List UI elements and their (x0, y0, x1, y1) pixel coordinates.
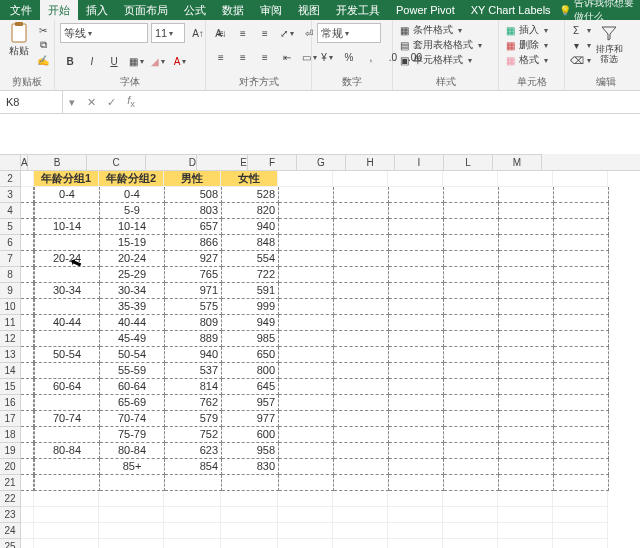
tab-dev[interactable]: 开发工具 (328, 0, 388, 21)
cell[interactable] (21, 171, 34, 187)
cell[interactable]: 575 (165, 299, 222, 315)
cell[interactable] (554, 363, 609, 379)
cell[interactable]: 820 (222, 203, 279, 219)
cell[interactable] (34, 363, 100, 379)
cell[interactable] (21, 491, 34, 507)
cell[interactable] (279, 427, 334, 443)
cell[interactable] (279, 219, 334, 235)
col-header-L[interactable]: L (444, 154, 493, 170)
cell[interactable] (333, 507, 388, 523)
cell[interactable] (34, 331, 100, 347)
cell[interactable] (34, 299, 100, 315)
cell[interactable]: 10-14 (100, 219, 165, 235)
cell[interactable] (334, 363, 389, 379)
cell[interactable] (389, 347, 444, 363)
tab-insert[interactable]: 插入 (78, 0, 116, 21)
cell[interactable] (279, 459, 334, 475)
cell[interactable] (279, 251, 334, 267)
cell[interactable] (99, 523, 164, 539)
cell[interactable]: 957 (222, 395, 279, 411)
paste-button[interactable]: 粘贴 (5, 23, 33, 58)
cell[interactable]: 927 (165, 251, 222, 267)
cell[interactable] (333, 523, 388, 539)
cell[interactable] (221, 523, 278, 539)
align-top-button[interactable]: ≡ (211, 23, 231, 43)
cell[interactable] (444, 251, 499, 267)
tab-file[interactable]: 文件 (2, 0, 40, 21)
col-header-M[interactable]: M (493, 154, 542, 170)
cell[interactable] (499, 363, 554, 379)
cell[interactable] (21, 299, 34, 315)
cell[interactable]: 848 (222, 235, 279, 251)
cell[interactable]: 50-54 (34, 347, 100, 363)
cell[interactable] (279, 203, 334, 219)
col-header-E[interactable]: E (197, 154, 248, 170)
cell[interactable] (553, 539, 608, 548)
cell[interactable] (333, 539, 388, 548)
cell[interactable]: 35-39 (100, 299, 165, 315)
cell[interactable] (498, 491, 553, 507)
cell[interactable] (389, 187, 444, 203)
cell[interactable] (21, 507, 34, 523)
cell[interactable]: 854 (165, 459, 222, 475)
cell[interactable]: 30-34 (100, 283, 165, 299)
cell[interactable] (278, 171, 333, 187)
cell[interactable]: 80-84 (34, 443, 100, 459)
cell[interactable] (21, 251, 34, 267)
cell[interactable] (278, 539, 333, 548)
cell[interactable] (279, 411, 334, 427)
name-box[interactable]: K8 (0, 91, 63, 113)
cell[interactable] (334, 203, 389, 219)
number-format-combo[interactable]: 常规 (317, 23, 381, 43)
cell[interactable] (279, 283, 334, 299)
cell[interactable] (334, 395, 389, 411)
accept-formula-button[interactable]: ✓ (101, 96, 121, 109)
cell[interactable] (444, 443, 499, 459)
cell[interactable]: 男性 (164, 171, 221, 187)
cell[interactable] (278, 491, 333, 507)
cell[interactable] (164, 491, 221, 507)
cell[interactable]: 10-14 (34, 219, 100, 235)
cell[interactable] (444, 395, 499, 411)
cell[interactable] (499, 347, 554, 363)
cell[interactable] (444, 283, 499, 299)
cell[interactable] (498, 523, 553, 539)
cell[interactable] (554, 475, 609, 491)
row-header[interactable]: 2 (0, 171, 21, 187)
cell[interactable] (389, 443, 444, 459)
cell[interactable] (444, 347, 499, 363)
cell[interactable] (553, 507, 608, 523)
cell[interactable] (279, 363, 334, 379)
cell[interactable] (278, 523, 333, 539)
cell[interactable] (554, 283, 609, 299)
border-button[interactable]: ▦ (126, 51, 146, 71)
cell[interactable]: 800 (222, 363, 279, 379)
cell[interactable] (21, 475, 34, 491)
orientation-button[interactable]: ⤢ (277, 23, 297, 43)
cell[interactable] (279, 267, 334, 283)
row-header[interactable]: 6 (0, 235, 21, 251)
cell[interactable] (333, 491, 388, 507)
cell[interactable] (389, 395, 444, 411)
cell[interactable]: 508 (165, 187, 222, 203)
format-cells-button[interactable]: ▦格式 (504, 53, 548, 67)
font-family-combo[interactable]: 等线 (60, 23, 148, 43)
sort-filter-button[interactable]: 排序和筛选 (595, 23, 623, 64)
cell[interactable]: 537 (165, 363, 222, 379)
row-header[interactable]: 22 (0, 491, 21, 507)
format-painter-button[interactable]: ✍ (37, 53, 49, 67)
align-center-button[interactable]: ≡ (233, 47, 253, 67)
cell[interactable]: 809 (165, 315, 222, 331)
cell[interactable] (279, 395, 334, 411)
col-header-H[interactable]: H (346, 154, 395, 170)
fill-button[interactable]: ▾ (570, 38, 591, 52)
cell[interactable] (444, 363, 499, 379)
cell[interactable] (164, 539, 221, 548)
cell[interactable]: 528 (222, 187, 279, 203)
cell[interactable]: 985 (222, 331, 279, 347)
autosum-button[interactable]: Σ (570, 23, 591, 37)
cell[interactable] (34, 507, 99, 523)
cell[interactable]: 60-64 (34, 379, 100, 395)
row-header[interactable]: 12 (0, 331, 21, 347)
row-header[interactable]: 14 (0, 363, 21, 379)
